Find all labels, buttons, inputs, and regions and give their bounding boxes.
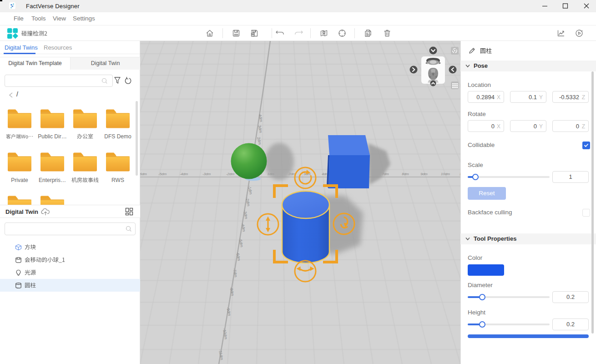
svg-text:-3dm: -3dm xyxy=(202,172,211,176)
svg-text:6dm: 6dm xyxy=(140,172,147,176)
svg-text:9dm: 9dm xyxy=(420,172,428,176)
svg-text:-5dm: -5dm xyxy=(158,172,167,176)
svg-text:8dm: 8dm xyxy=(402,172,409,176)
svg-text:10dm: 10dm xyxy=(441,172,450,176)
svg-text:-2dm: -2dm xyxy=(226,172,235,176)
svg-text:-4dm: -4dm xyxy=(180,172,188,176)
